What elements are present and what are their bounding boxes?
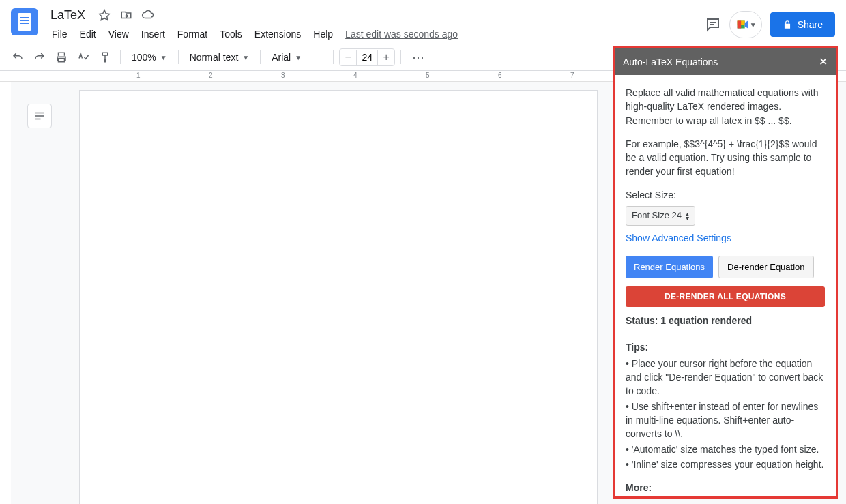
render-equations-button[interactable]: Render Equations bbox=[626, 256, 713, 278]
menu-bar: File Edit View Insert Format Tools Exten… bbox=[46, 26, 705, 42]
toolbar-more[interactable]: ⋯ bbox=[407, 50, 430, 65]
sidebar-header: Auto-LaTeX Equations ✕ bbox=[615, 48, 836, 75]
addon-sidebar: Auto-LaTeX Equations ✕ Replace all valid… bbox=[613, 46, 838, 499]
menu-file[interactable]: File bbox=[46, 26, 73, 42]
share-button[interactable]: Share bbox=[770, 12, 835, 37]
star-icon[interactable] bbox=[98, 8, 111, 22]
paint-format-icon[interactable] bbox=[96, 48, 115, 67]
menu-extensions[interactable]: Extensions bbox=[249, 26, 306, 42]
tip-item: • Use shift+enter instead of enter for n… bbox=[626, 400, 825, 441]
zoom-select[interactable]: 100%▼ bbox=[126, 49, 173, 65]
tip-item: • 'Inline' size compresses your equation… bbox=[626, 458, 825, 471]
document-page[interactable] bbox=[79, 90, 598, 504]
share-label: Share bbox=[798, 19, 823, 30]
outline-toggle[interactable] bbox=[27, 104, 52, 128]
menu-view[interactable]: View bbox=[103, 26, 134, 42]
font-size-decrease[interactable]: − bbox=[340, 49, 356, 65]
print-icon[interactable] bbox=[52, 48, 71, 67]
menu-insert[interactable]: Insert bbox=[136, 26, 171, 42]
close-icon[interactable]: ✕ bbox=[819, 55, 828, 68]
sidebar-title: Auto-LaTeX Equations bbox=[623, 57, 718, 68]
cloud-icon[interactable] bbox=[141, 8, 155, 22]
tips-heading: Tips: bbox=[626, 340, 825, 354]
advanced-settings-link[interactable]: Show Advanced Settings bbox=[626, 231, 825, 245]
document-title[interactable]: LaTeX bbox=[46, 7, 89, 24]
tips-list: • Place your cursor right before the equ… bbox=[626, 357, 825, 471]
font-size-group: − 24 + bbox=[339, 48, 395, 66]
sidebar-intro-1: Replace all valid mathematical equations… bbox=[626, 86, 825, 128]
size-label: Select Size: bbox=[626, 188, 825, 202]
size-select[interactable]: Font Size 24 ▴▾ bbox=[626, 206, 695, 226]
tip-item: • Place your cursor right before the equ… bbox=[626, 357, 825, 398]
tip-item: • 'Automatic' size matches the typed fon… bbox=[626, 443, 825, 456]
menu-tools[interactable]: Tools bbox=[214, 26, 248, 42]
docs-logo[interactable] bbox=[11, 8, 38, 35]
spellcheck-icon[interactable] bbox=[74, 48, 93, 67]
menu-help[interactable]: Help bbox=[308, 26, 338, 42]
font-size-increase[interactable]: + bbox=[378, 49, 394, 65]
font-size-value[interactable]: 24 bbox=[356, 50, 378, 65]
redo-icon[interactable] bbox=[30, 48, 49, 67]
move-icon[interactable] bbox=[119, 8, 133, 22]
chevron-down-icon: ▼ bbox=[750, 21, 757, 29]
derender-equation-button[interactable]: De-render Equation bbox=[718, 256, 813, 278]
derender-all-button[interactable]: DE-RENDER ALL EQUATIONS bbox=[626, 286, 825, 307]
font-select[interactable]: Arial▼ bbox=[266, 49, 327, 65]
status-text: Status: 1 equation rendered bbox=[626, 314, 825, 327]
meet-button[interactable]: ▼ bbox=[729, 11, 762, 38]
menu-edit[interactable]: Edit bbox=[74, 26, 102, 42]
last-edit-link[interactable]: Last edit was seconds ago bbox=[340, 26, 463, 42]
comments-icon[interactable] bbox=[705, 16, 721, 33]
sidebar-intro-2: For example, $$3^{4^5} + \frac{1}{2}$$ w… bbox=[626, 137, 825, 179]
undo-icon[interactable] bbox=[8, 48, 27, 67]
more-heading: More: bbox=[626, 481, 825, 494]
style-select[interactable]: Normal text▼ bbox=[184, 49, 254, 65]
menu-format[interactable]: Format bbox=[172, 26, 213, 42]
